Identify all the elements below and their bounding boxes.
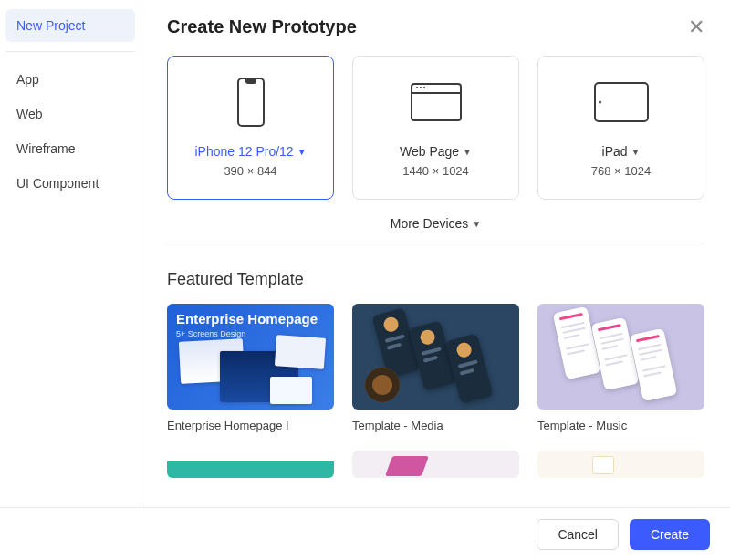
template-card-music[interactable]: Template - Music <box>537 304 704 432</box>
sidebar-item-app[interactable]: App <box>5 63 135 96</box>
thumbnail-title: Enterprise Homepage <box>176 311 318 327</box>
cancel-button[interactable]: Cancel <box>537 519 619 550</box>
device-card-iphone[interactable]: iPhone 12 Pro/12 ▼ 390 × 844 <box>167 56 334 200</box>
create-button[interactable]: Create <box>630 519 710 550</box>
device-label[interactable]: iPad ▼ <box>602 144 641 159</box>
sidebar-item-label: UI Component <box>16 176 99 191</box>
device-card-ipad[interactable]: iPad ▼ 768 × 1024 <box>537 56 704 200</box>
template-thumbnail <box>537 304 704 410</box>
footer: Cancel Create <box>0 507 730 560</box>
device-label[interactable]: iPhone 12 Pro/12 ▼ <box>194 144 306 159</box>
template-card-partial-3[interactable] <box>537 451 704 478</box>
sidebar-item-label: App <box>16 72 39 87</box>
template-thumbnail: Enterprise Homepage 5+ Screens Design <box>167 304 334 410</box>
device-label-text: iPhone 12 Pro/12 <box>194 144 293 159</box>
sidebar-item-ui-component[interactable]: UI Component <box>5 167 135 200</box>
template-thumbnail <box>352 451 519 478</box>
sidebar-divider <box>5 51 135 52</box>
device-dimensions: 1440 × 1024 <box>402 164 469 178</box>
device-label[interactable]: Web Page ▼ <box>400 144 472 159</box>
section-divider <box>167 244 704 244</box>
close-icon[interactable]: ✕ <box>688 17 704 37</box>
template-thumbnail <box>537 451 704 478</box>
sidebar: New Project App Web Wireframe UI Compone… <box>0 0 141 507</box>
template-label: Enterprise Homepage I <box>167 419 334 432</box>
more-devices-label: More Devices <box>391 216 469 231</box>
template-card-partial-1[interactable] <box>167 451 334 478</box>
more-devices-button[interactable]: More Devices ▼ <box>167 216 704 231</box>
template-label: Template - Media <box>352 419 519 432</box>
thumbnail-subtitle: 5+ Screens Design <box>176 329 245 338</box>
template-label: Template - Music <box>537 419 704 432</box>
sidebar-item-web[interactable]: Web <box>5 98 135 130</box>
header-row: Create New Prototype ✕ <box>167 16 704 37</box>
browser-icon <box>409 77 464 128</box>
page-title: Create New Prototype <box>167 16 357 37</box>
chevron-down-icon: ▼ <box>463 147 472 157</box>
sidebar-item-label: Wireframe <box>16 141 76 156</box>
sidebar-item-wireframe[interactable]: Wireframe <box>5 132 135 165</box>
featured-template-title: Featured Template <box>167 270 704 289</box>
template-grid: Enterprise Homepage 5+ Screens Design En… <box>167 304 704 478</box>
chevron-down-icon: ▼ <box>297 147 307 157</box>
phone-icon <box>224 77 278 128</box>
chevron-down-icon: ▼ <box>631 147 641 157</box>
template-thumbnail <box>352 304 519 410</box>
template-card-partial-2[interactable] <box>352 451 519 478</box>
template-thumbnail <box>167 451 334 478</box>
device-dimensions: 390 × 844 <box>224 164 276 178</box>
sidebar-item-label: Web <box>16 107 43 121</box>
sidebar-item-new-project[interactable]: New Project <box>5 9 135 42</box>
chevron-down-icon: ▼ <box>472 219 481 229</box>
device-row: iPhone 12 Pro/12 ▼ 390 × 844 Web Page ▼ … <box>167 56 704 200</box>
device-card-web[interactable]: Web Page ▼ 1440 × 1024 <box>352 56 519 200</box>
main-panel: Create New Prototype ✕ iPhone 12 Pro/12 … <box>141 0 730 507</box>
tablet-icon <box>594 77 649 128</box>
template-card-enterprise[interactable]: Enterprise Homepage 5+ Screens Design En… <box>167 304 334 432</box>
template-card-media[interactable]: Template - Media <box>352 304 519 432</box>
sidebar-item-label: New Project <box>16 18 85 33</box>
device-dimensions: 768 × 1024 <box>591 164 651 178</box>
device-label-text: Web Page <box>400 144 459 159</box>
device-label-text: iPad <box>602 144 628 159</box>
